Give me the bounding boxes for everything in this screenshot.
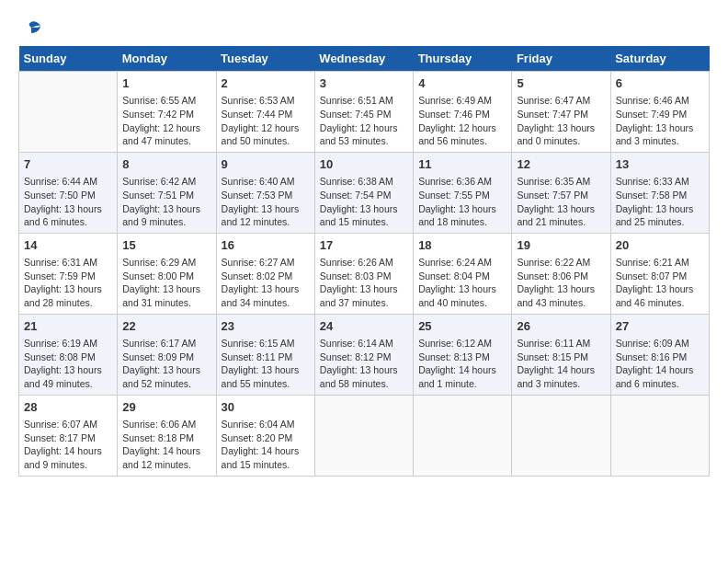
day-detail: Sunrise: 6:33 AMSunset: 7:58 PMDaylight:… [616,175,704,229]
day-number: 28 [24,399,112,416]
day-detail: Sunrise: 6:15 AMSunset: 8:11 PMDaylight:… [222,337,310,391]
col-header-tuesday: Tuesday [216,46,314,72]
calendar-cell: 1Sunrise: 6:55 AMSunset: 7:42 PMDaylight… [118,72,216,153]
day-number: 22 [122,318,210,335]
day-number: 11 [418,156,506,173]
day-detail: Sunrise: 6:11 AMSunset: 8:15 PMDaylight:… [517,337,605,391]
day-detail: Sunrise: 6:29 AMSunset: 8:00 PMDaylight:… [122,256,210,310]
calendar-cell: 24Sunrise: 6:14 AMSunset: 8:12 PMDayligh… [314,314,413,395]
day-detail: Sunrise: 6:40 AMSunset: 7:53 PMDaylight:… [222,175,310,229]
calendar-cell: 14Sunrise: 6:31 AMSunset: 7:59 PMDayligh… [19,233,118,314]
day-detail: Sunrise: 6:04 AMSunset: 8:20 PMDaylight:… [222,418,310,472]
calendar-cell: 3Sunrise: 6:51 AMSunset: 7:45 PMDaylight… [314,72,413,153]
calendar-cell: 23Sunrise: 6:15 AMSunset: 8:11 PMDayligh… [216,314,314,395]
calendar-cell: 15Sunrise: 6:29 AMSunset: 8:00 PMDayligh… [118,233,216,314]
day-detail: Sunrise: 6:44 AMSunset: 7:50 PMDaylight:… [24,175,112,229]
day-number: 27 [616,318,704,335]
day-number: 25 [418,318,506,335]
day-detail: Sunrise: 6:49 AMSunset: 7:46 PMDaylight:… [418,94,506,148]
calendar-cell: 20Sunrise: 6:21 AMSunset: 8:07 PMDayligh… [610,233,709,314]
calendar-cell: 9Sunrise: 6:40 AMSunset: 7:53 PMDaylight… [216,152,314,233]
calendar-cell: 30Sunrise: 6:04 AMSunset: 8:20 PMDayligh… [216,395,314,476]
day-number: 23 [222,318,310,335]
calendar-cell: 29Sunrise: 6:06 AMSunset: 8:18 PMDayligh… [118,395,216,476]
day-detail: Sunrise: 6:24 AMSunset: 8:04 PMDaylight:… [418,256,506,310]
day-detail: Sunrise: 6:35 AMSunset: 7:57 PMDaylight:… [517,175,605,229]
day-detail: Sunrise: 6:55 AMSunset: 7:42 PMDaylight:… [122,94,210,148]
calendar-cell: 5Sunrise: 6:47 AMSunset: 7:47 PMDaylight… [512,72,610,153]
day-number: 24 [320,318,408,335]
day-detail: Sunrise: 6:53 AMSunset: 7:44 PMDaylight:… [222,94,310,148]
col-header-sunday: Sunday [19,46,118,72]
calendar-cell: 13Sunrise: 6:33 AMSunset: 7:58 PMDayligh… [610,152,709,233]
day-number: 9 [222,156,310,173]
day-number: 18 [418,237,506,254]
logo-bird-icon [20,18,42,40]
calendar-cell: 4Sunrise: 6:49 AMSunset: 7:46 PMDaylight… [414,72,512,153]
calendar-cell: 6Sunrise: 6:46 AMSunset: 7:49 PMDaylight… [610,72,709,153]
day-number: 5 [517,75,605,92]
day-detail: Sunrise: 6:07 AMSunset: 8:17 PMDaylight:… [24,418,112,472]
day-number: 8 [122,156,210,173]
calendar-cell [19,72,118,153]
day-number: 17 [320,237,408,254]
day-number: 4 [418,75,506,92]
calendar-cell: 28Sunrise: 6:07 AMSunset: 8:17 PMDayligh… [19,395,118,476]
day-detail: Sunrise: 6:47 AMSunset: 7:47 PMDaylight:… [517,94,605,148]
day-detail: Sunrise: 6:19 AMSunset: 8:08 PMDaylight:… [24,337,112,391]
calendar-cell [414,395,512,476]
day-number: 21 [24,318,112,335]
calendar-cell [314,395,413,476]
logo [18,18,42,37]
day-detail: Sunrise: 6:36 AMSunset: 7:55 PMDaylight:… [418,175,506,229]
day-number: 10 [320,156,408,173]
day-detail: Sunrise: 6:27 AMSunset: 8:02 PMDaylight:… [222,256,310,310]
calendar-cell: 10Sunrise: 6:38 AMSunset: 7:54 PMDayligh… [314,152,413,233]
day-number: 1 [122,75,210,92]
calendar-cell: 7Sunrise: 6:44 AMSunset: 7:50 PMDaylight… [19,152,118,233]
calendar-cell: 18Sunrise: 6:24 AMSunset: 8:04 PMDayligh… [414,233,512,314]
day-detail: Sunrise: 6:12 AMSunset: 8:13 PMDaylight:… [418,337,506,391]
calendar-cell: 17Sunrise: 6:26 AMSunset: 8:03 PMDayligh… [314,233,413,314]
day-detail: Sunrise: 6:14 AMSunset: 8:12 PMDaylight:… [320,337,408,391]
calendar-cell: 16Sunrise: 6:27 AMSunset: 8:02 PMDayligh… [216,233,314,314]
calendar-table: SundayMondayTuesdayWednesdayThursdayFrid… [18,46,710,477]
day-detail: Sunrise: 6:31 AMSunset: 7:59 PMDaylight:… [24,256,112,310]
day-number: 20 [616,237,704,254]
day-detail: Sunrise: 6:38 AMSunset: 7:54 PMDaylight:… [320,175,408,229]
day-number: 15 [122,237,210,254]
header [18,18,710,37]
day-detail: Sunrise: 6:21 AMSunset: 8:07 PMDaylight:… [616,256,704,310]
day-number: 12 [517,156,605,173]
day-detail: Sunrise: 6:17 AMSunset: 8:09 PMDaylight:… [122,337,210,391]
calendar-cell: 8Sunrise: 6:42 AMSunset: 7:51 PMDaylight… [118,152,216,233]
calendar-cell: 27Sunrise: 6:09 AMSunset: 8:16 PMDayligh… [610,314,709,395]
day-number: 3 [320,75,408,92]
col-header-wednesday: Wednesday [314,46,413,72]
day-detail: Sunrise: 6:22 AMSunset: 8:06 PMDaylight:… [517,256,605,310]
day-detail: Sunrise: 6:26 AMSunset: 8:03 PMDaylight:… [320,256,408,310]
col-header-friday: Friday [512,46,610,72]
day-number: 26 [517,318,605,335]
day-number: 30 [222,399,310,416]
day-detail: Sunrise: 6:51 AMSunset: 7:45 PMDaylight:… [320,94,408,148]
day-number: 19 [517,237,605,254]
col-header-thursday: Thursday [414,46,512,72]
calendar-cell: 2Sunrise: 6:53 AMSunset: 7:44 PMDaylight… [216,72,314,153]
day-number: 7 [24,156,112,173]
calendar-cell [610,395,709,476]
day-number: 6 [616,75,704,92]
day-number: 2 [222,75,310,92]
calendar-cell: 26Sunrise: 6:11 AMSunset: 8:15 PMDayligh… [512,314,610,395]
day-number: 16 [222,237,310,254]
day-number: 29 [122,399,210,416]
calendar-cell: 11Sunrise: 6:36 AMSunset: 7:55 PMDayligh… [414,152,512,233]
calendar-cell: 12Sunrise: 6:35 AMSunset: 7:57 PMDayligh… [512,152,610,233]
day-detail: Sunrise: 6:42 AMSunset: 7:51 PMDaylight:… [122,175,210,229]
calendar-cell: 22Sunrise: 6:17 AMSunset: 8:09 PMDayligh… [118,314,216,395]
calendar-cell [512,395,610,476]
day-detail: Sunrise: 6:46 AMSunset: 7:49 PMDaylight:… [616,94,704,148]
day-detail: Sunrise: 6:06 AMSunset: 8:18 PMDaylight:… [122,418,210,472]
day-number: 13 [616,156,704,173]
calendar-cell: 25Sunrise: 6:12 AMSunset: 8:13 PMDayligh… [414,314,512,395]
